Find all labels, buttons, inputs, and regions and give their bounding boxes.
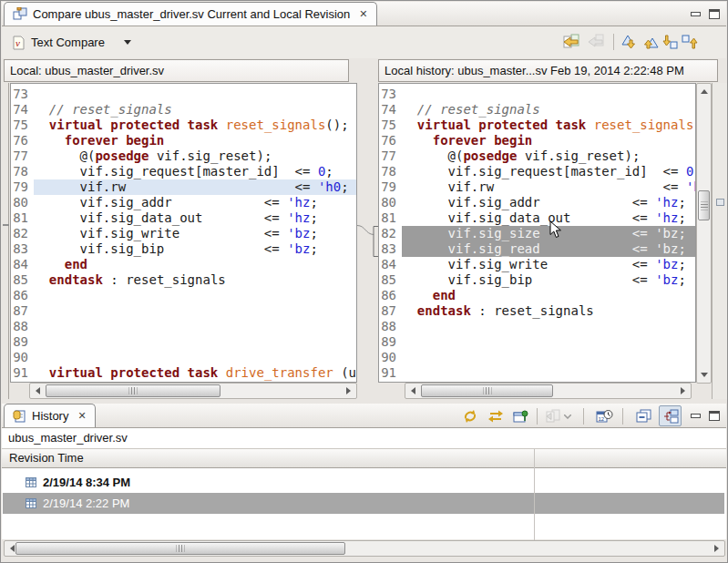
- previous-difference-button[interactable]: [640, 32, 660, 52]
- scroll-left-icon[interactable]: [30, 384, 44, 397]
- vscrollbar-thumb[interactable]: [698, 190, 710, 220]
- code-segment: [34, 257, 65, 271]
- code-line[interactable]: 90: [11, 350, 356, 365]
- code-segment: vif.sig_write <=: [402, 257, 655, 271]
- code-line[interactable]: 74 // reset_signals: [11, 102, 356, 118]
- code-line[interactable]: 91 virtual protected task drive_transfer…: [11, 365, 356, 381]
- code-line[interactable]: 84 end: [11, 257, 356, 272]
- line-number: 80: [11, 195, 34, 210]
- code-line[interactable]: 79 vif.rw <= 'h0;: [379, 179, 695, 195]
- code-line[interactable]: 80 vif.sig_addr <= 'hz;: [11, 195, 356, 210]
- code-line[interactable]: 80 vif.sig_addr <= 'hz;: [379, 195, 695, 210]
- code-line[interactable]: 85 vif.sig_bip <= 'bz;: [379, 272, 695, 288]
- right-pane-vscrollbar[interactable]: [696, 83, 712, 384]
- scroll-right-icon[interactable]: [343, 384, 356, 397]
- code-line[interactable]: 86: [11, 288, 356, 303]
- scroll-up-icon[interactable]: [697, 84, 711, 97]
- code-line[interactable]: 78 vif.sig_request[master_id] <= 0;: [11, 164, 356, 179]
- code-line[interactable]: 89: [379, 334, 695, 350]
- maximize-icon[interactable]: [709, 411, 720, 421]
- code-text: vif.sig_bip <= 'bz;: [34, 241, 356, 257]
- revision-row-selected[interactable]: 2/19/14 2:22 PM: [3, 493, 724, 514]
- code-line[interactable]: 81 vif.sig_data_out <= 'hz;: [11, 210, 356, 226]
- diff-overview-marker[interactable]: [716, 199, 724, 206]
- minimize-icon[interactable]: [691, 414, 701, 418]
- scroll-right-icon[interactable]: [677, 384, 691, 397]
- hscrollbar-thumb[interactable]: [15, 542, 345, 555]
- code-line[interactable]: 82 vif.sig_size <= 'bz;: [379, 226, 695, 241]
- code-line[interactable]: 76 forever begin: [11, 133, 356, 148]
- line-number: 90: [379, 350, 402, 365]
- code-segment: endtask: [49, 272, 103, 287]
- right-pane-hscrollbar[interactable]: [405, 383, 692, 399]
- code-line[interactable]: 83 vif.sig_read <= 'bz;: [379, 241, 695, 257]
- code-line[interactable]: 77 @(posedge vif.sig_reset);: [379, 148, 695, 164]
- code-line[interactable]: 76 forever begin: [379, 133, 695, 148]
- copy-all-right-to-left-button[interactable]: [561, 32, 581, 52]
- code-line[interactable]: 75 virtual protected task reset_signals(…: [379, 118, 695, 133]
- next-change-icon: [661, 34, 679, 50]
- hscrollbar-thumb[interactable]: [421, 384, 553, 397]
- left-pane-hscrollbar[interactable]: [29, 383, 357, 399]
- code-line[interactable]: 87 endtask : reset_signals: [379, 303, 695, 319]
- viewer-mode-selector[interactable]: v Text Compare: [9, 32, 135, 53]
- code-segment: virtual protected task: [49, 118, 226, 132]
- code-line[interactable]: 73: [11, 87, 356, 102]
- scroll-down-icon[interactable]: [697, 369, 711, 383]
- code-line[interactable]: 77 @(posedge vif.sig_reset);: [11, 148, 356, 164]
- scroll-right-icon[interactable]: [711, 541, 724, 555]
- pin-view-button[interactable]: [511, 406, 531, 426]
- revision-row[interactable]: 2/19/14 8:34 PM: [3, 472, 724, 493]
- code-line[interactable]: 74 // reset_signals: [379, 102, 695, 118]
- code-line[interactable]: 87: [11, 303, 356, 319]
- code-segment: [402, 133, 433, 148]
- compare-editor-tab[interactable]: Compare ubus_master_driver.sv Current an…: [4, 2, 377, 26]
- close-icon[interactable]: ✕: [77, 410, 86, 422]
- revision-time-column-header[interactable]: Revision Time: [2, 449, 726, 468]
- maximize-icon[interactable]: [709, 9, 720, 19]
- code-line[interactable]: 79 vif.rw <= 'h0;: [11, 179, 356, 195]
- left-code-pane[interactable]: 7374 // reset_signals75 virtual protecte…: [10, 83, 357, 383]
- toolbar-separator: [613, 34, 614, 50]
- code-segment: vif.sig_bip <=: [34, 241, 287, 256]
- code-line[interactable]: 91: [379, 365, 695, 381]
- close-icon[interactable]: ✕: [359, 8, 367, 20]
- right-code-pane[interactable]: 7374 // reset_signals75 virtual protecte…: [378, 83, 696, 383]
- code-segment: vif.sig_data_out <=: [402, 210, 655, 225]
- code-line[interactable]: 83 vif.sig_bip <= 'bz;: [11, 241, 356, 257]
- code-segment: 'hz: [655, 210, 678, 225]
- code-line[interactable]: 86 end: [379, 288, 695, 303]
- code-line[interactable]: 89: [11, 334, 356, 350]
- code-line[interactable]: 82 vif.sig_write <= 'bz;: [11, 226, 356, 241]
- code-line[interactable]: 75 virtual protected task reset_signals(…: [11, 118, 356, 133]
- code-segment: 'bz: [287, 241, 310, 256]
- column-divider[interactable]: [534, 449, 535, 540]
- code-line[interactable]: 73: [379, 87, 695, 102]
- group-revisions-button[interactable]: [659, 405, 682, 426]
- code-line[interactable]: 90: [379, 350, 695, 365]
- hscrollbar-thumb[interactable]: [46, 384, 220, 397]
- code-line[interactable]: 85 endtask : reset_signals: [11, 272, 356, 288]
- line-number: 87: [379, 303, 402, 319]
- history-hscrollbar[interactable]: [4, 540, 725, 557]
- code-line[interactable]: 81 vif.sig_data_out <= 'hz;: [379, 210, 695, 226]
- code-segment: posedge: [463, 148, 517, 163]
- code-line[interactable]: 88: [11, 319, 356, 334]
- editor-tabbar: Compare ubus_master_driver.sv Current an…: [2, 2, 726, 26]
- scroll-left-icon[interactable]: [405, 384, 419, 397]
- code-line[interactable]: 78 vif.sig_request[master_id] <= 0;: [379, 164, 695, 179]
- next-change-button[interactable]: [660, 32, 680, 52]
- code-segment: 'bz: [655, 272, 678, 287]
- link-with-editor-button[interactable]: [486, 406, 506, 426]
- collapse-all-button[interactable]: [634, 406, 654, 426]
- history-tab[interactable]: History ✕: [4, 404, 96, 427]
- previous-change-button[interactable]: [680, 32, 700, 52]
- date-time-filter-button[interactable]: 12: [594, 406, 614, 426]
- refresh-button[interactable]: [460, 406, 480, 426]
- collapse-all-icon: [636, 409, 652, 424]
- code-line[interactable]: 84 vif.sig_write <= 'bz;: [379, 257, 695, 272]
- next-difference-button[interactable]: [620, 32, 640, 52]
- code-text: [34, 87, 356, 102]
- code-line[interactable]: 88: [379, 319, 695, 334]
- minimize-icon[interactable]: [691, 12, 701, 16]
